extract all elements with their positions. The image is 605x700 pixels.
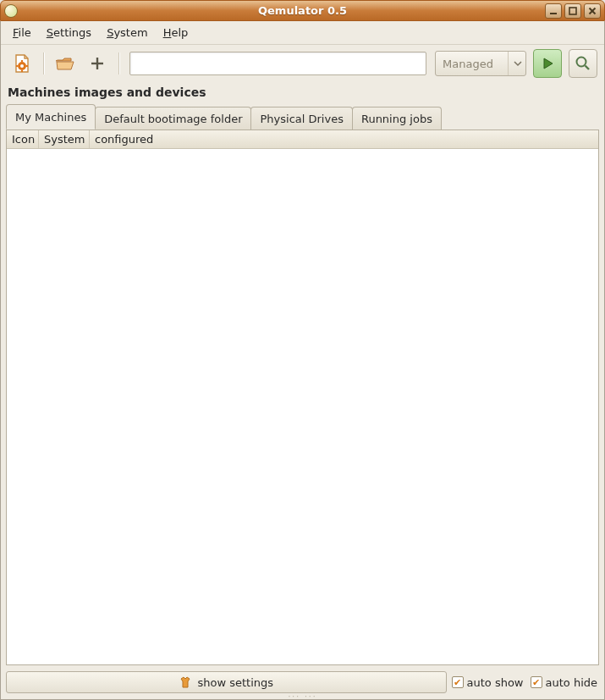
bottombar: show settings auto show auto hide [1, 669, 604, 694]
tab-label: My Machines [15, 111, 86, 124]
menu-system[interactable]: System [100, 24, 155, 41]
menu-file[interactable]: File [6, 24, 38, 41]
add-button[interactable] [83, 49, 112, 78]
window-body: File Settings System Help [0, 21, 605, 700]
close-icon [587, 6, 597, 16]
column-header-configured[interactable]: configured [90, 130, 598, 148]
maximize-button[interactable] [564, 3, 581, 19]
search-button[interactable] [569, 49, 597, 78]
tab-running-jobs[interactable]: Running jobs [352, 107, 442, 130]
checkbox-icon [531, 676, 542, 688]
tab-my-machines[interactable]: My Machines [6, 104, 96, 130]
svg-point-13 [577, 58, 586, 67]
tab-label: Running jobs [361, 113, 432, 125]
plus-icon [89, 55, 106, 72]
toolbar-separator [118, 52, 119, 74]
minimize-button[interactable] [545, 3, 562, 19]
close-button[interactable] [584, 3, 601, 19]
titlebar: Qemulator 0.5 [0, 0, 605, 21]
auto-hide-label: auto hide [546, 676, 598, 689]
tab-label: Default bootimage folder [104, 113, 242, 125]
table-header: Icon System configured [7, 130, 598, 149]
menubar: File Settings System Help [1, 21, 604, 45]
resize-grip[interactable]: ··· ··· [1, 694, 604, 699]
new-machine-button[interactable] [8, 49, 36, 78]
svg-marker-12 [544, 58, 553, 69]
svg-line-14 [586, 66, 590, 70]
tab-default-bootimage[interactable]: Default bootimage folder [95, 107, 251, 130]
magnifier-icon [575, 55, 591, 72]
tab-physical-drives[interactable]: Physical Drives [250, 107, 352, 130]
table-panel: Icon System configured [6, 130, 599, 665]
run-button[interactable] [533, 49, 562, 78]
toolbar: Managed [1, 45, 604, 82]
svg-point-5 [20, 64, 24, 68]
table-body[interactable] [7, 149, 598, 664]
auto-show-label: auto show [467, 676, 524, 689]
chevron-down-icon [508, 52, 522, 75]
open-folder-button[interactable] [51, 49, 80, 78]
tab-label: Physical Drives [260, 113, 343, 125]
app-icon [4, 4, 18, 18]
toolbar-separator [43, 52, 44, 74]
document-gear-icon [11, 52, 33, 74]
play-icon [540, 56, 555, 71]
shirt-icon [179, 675, 192, 689]
folder-open-icon [55, 53, 75, 74]
menu-help[interactable]: Help [157, 24, 195, 41]
tabbar: My Machines Default bootimage folder Phy… [1, 104, 604, 130]
show-settings-label: show settings [197, 676, 273, 689]
show-settings-button[interactable]: show settings [6, 671, 447, 693]
managed-dropdown[interactable]: Managed [435, 51, 526, 76]
window-title: Qemulator 0.5 [258, 4, 347, 17]
minimize-icon [548, 6, 558, 16]
checkbox-icon [452, 676, 464, 688]
section-heading: Machines images and devices [1, 82, 604, 102]
auto-show-checkbox[interactable]: auto show [450, 671, 525, 693]
column-header-system[interactable]: System [39, 130, 90, 148]
auto-hide-checkbox[interactable]: auto hide [529, 671, 600, 693]
dropdown-label: Managed [443, 58, 493, 70]
window-controls [545, 3, 601, 19]
column-header-icon[interactable]: Icon [7, 130, 39, 148]
maximize-icon [568, 6, 578, 16]
svg-rect-1 [569, 8, 576, 14]
menu-settings[interactable]: Settings [40, 24, 98, 41]
search-input[interactable] [129, 52, 426, 75]
